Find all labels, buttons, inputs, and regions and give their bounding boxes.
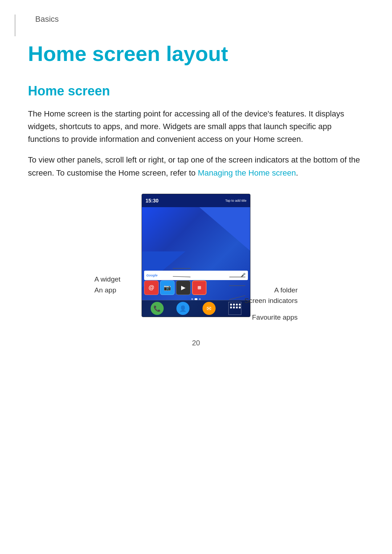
annotation-screen-indicators: Screen indicators bbox=[244, 297, 298, 305]
annotation-favourite-apps: Favourite apps bbox=[252, 313, 298, 321]
svg-line-4 bbox=[229, 295, 245, 299]
left-border-accent bbox=[15, 15, 16, 36]
body-paragraph-1: The Home screen is the starting point fo… bbox=[28, 107, 364, 146]
diagram-inner: 15:30 Tap to add title Google 🎤 bbox=[94, 194, 298, 317]
body-paragraph-2-end: . bbox=[296, 168, 298, 177]
svg-line-1 bbox=[173, 276, 190, 277]
body-paragraph-2: To view other panels, scroll left or rig… bbox=[28, 153, 364, 179]
section-title: Home screen bbox=[28, 83, 364, 99]
managing-home-screen-link[interactable]: Managing the Home screen bbox=[198, 168, 296, 177]
page-title: Home screen layout bbox=[28, 42, 364, 65]
page-number: 20 bbox=[28, 339, 364, 362]
annotation-a-folder: A folder bbox=[274, 286, 298, 294]
annotation-an-app: An app bbox=[94, 286, 116, 294]
annotation-a-widget: A widget bbox=[94, 275, 121, 283]
diagram-container: 15:30 Tap to add title Google 🎤 bbox=[28, 194, 364, 317]
body-paragraph-2-text: To view other panels, scroll left or rig… bbox=[28, 155, 360, 177]
breadcrumb: Basics bbox=[28, 15, 364, 24]
